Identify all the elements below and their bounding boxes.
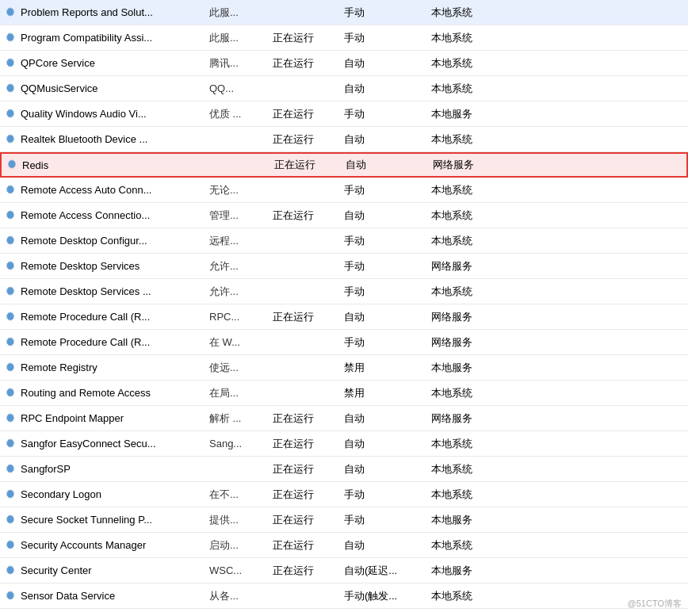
gear-icon [3, 259, 17, 274]
service-name-col: SangforSP [3, 462, 209, 476]
service-startup-col: 手动(触发... [344, 589, 431, 603]
table-row[interactable]: Remote Procedure Call (R... RPC... 正在运行 … [0, 304, 688, 330]
service-desc-col: WSC... [209, 564, 273, 576]
table-row[interactable]: Remote Desktop Services 允许... 手动 网络服务 [0, 254, 688, 279]
service-desc-col: 远程... [209, 234, 273, 248]
table-row[interactable]: Secure Socket Tunneling P... 提供... 正在运行 … [0, 507, 688, 533]
service-name-text: Routing and Remote Access [21, 387, 151, 399]
table-row[interactable]: Redis 正在运行 自动 网络服务 [0, 152, 688, 178]
service-logon-col: 本地系统 [431, 6, 526, 20]
service-logon-col: 网络服务 [433, 158, 528, 172]
table-row[interactable]: Remote Registry 使远... 禁用 本地服务 [0, 355, 688, 381]
service-name-text: Remote Registry [21, 362, 97, 373]
table-row[interactable]: SangforSP 正在运行 自动 本地系统 [0, 457, 688, 482]
table-row[interactable]: Security Accounts Manager 启动... 正在运行 自动 … [0, 533, 688, 558]
table-row[interactable]: Remote Procedure Call (R... 在 W... 手动 网络… [0, 330, 688, 355]
table-row[interactable]: QQMusicService QQ... 自动 本地系统 [0, 76, 688, 101]
gear-icon [3, 361, 17, 375]
gear-icon [3, 132, 17, 147]
service-name-col: Problem Reports and Solut... [3, 6, 209, 20]
service-name-text: Remote Procedure Call (R... [21, 311, 150, 323]
gear-icon [3, 310, 17, 324]
service-name-text: Realtek Bluetooth Device ... [21, 133, 147, 145]
service-name-text: Security Accounts Manager [21, 539, 146, 551]
table-row[interactable]: Program Compatibility Assi... 此服... 正在运行… [0, 25, 688, 51]
service-name-text: Redis [22, 159, 48, 171]
service-status-col: 正在运行 [273, 462, 344, 476]
service-logon-col: 本地服务 [431, 361, 526, 375]
service-logon-col: 本地系统 [431, 82, 526, 96]
service-status-col: 正在运行 [273, 310, 344, 324]
service-name-col: Security Accounts Manager [3, 538, 209, 553]
service-desc-col: 在局... [209, 386, 273, 400]
service-desc-col: QQ... [209, 82, 273, 94]
service-logon-col: 网络服务 [431, 411, 526, 426]
table-row[interactable]: Security Center WSC... 正在运行 自动(延迟... 本地服… [0, 558, 688, 583]
service-logon-col: 本地服务 [431, 107, 526, 121]
table-row[interactable]: Sangfor EasyConnect Secu... Sang... 正在运行… [0, 431, 688, 457]
service-startup-col: 自动(延迟... [344, 564, 431, 578]
gear-icon [3, 183, 17, 197]
service-startup-col: 自动 [346, 158, 433, 172]
table-row[interactable]: Secondary Logon 在不... 正在运行 手动 本地系统 [0, 482, 688, 507]
service-logon-col: 本地系统 [431, 488, 526, 502]
table-row[interactable]: RPC Endpoint Mapper 解析 ... 正在运行 自动 网络服务 [0, 406, 688, 431]
service-startup-col: 手动 [344, 234, 431, 248]
service-desc-col: 优质 ... [209, 107, 273, 121]
service-status-col: 正在运行 [273, 538, 344, 553]
service-startup-col: 手动 [344, 335, 431, 350]
service-startup-col: 自动 [344, 462, 431, 476]
service-name-text: Security Center [21, 564, 92, 576]
service-name-text: Sensor Data Service [21, 590, 115, 602]
gear-icon [3, 437, 17, 451]
service-name-col: Security Center [3, 564, 209, 578]
service-name-col: Remote Procedure Call (R... [3, 310, 209, 324]
service-desc-col: 腾讯... [209, 56, 273, 71]
service-name-col: Remote Desktop Services [3, 259, 209, 274]
service-startup-col: 手动 [344, 259, 431, 274]
service-name-text: Secure Socket Tunneling P... [21, 514, 152, 526]
gear-icon [3, 488, 17, 502]
service-desc-col: 启动... [209, 538, 273, 553]
table-row[interactable]: Problem Reports and Solut... 此服... 手动 本地… [0, 0, 688, 25]
service-startup-col: 手动 [344, 488, 431, 502]
table-row[interactable]: Sensor Monitoring Service 监视... 手动(触发...… [0, 609, 688, 616]
service-status-col: 正在运行 [273, 513, 344, 527]
service-desc-col: 此服... [209, 31, 273, 45]
gear-icon [3, 6, 17, 20]
gear-icon [3, 82, 17, 96]
service-desc-col: 管理... [209, 209, 273, 223]
service-logon-col: 本地系统 [431, 285, 526, 299]
table-row[interactable]: Routing and Remote Access 在局... 禁用 本地系统 [0, 381, 688, 406]
service-name-col: Secure Socket Tunneling P... [3, 513, 209, 527]
service-status-col: 正在运行 [273, 132, 344, 147]
service-name-col: Quality Windows Audio Vi... [3, 107, 209, 121]
service-logon-col: 本地系统 [431, 56, 526, 71]
service-name-text: Remote Desktop Services [21, 260, 140, 272]
service-name-text: QQMusicService [21, 82, 98, 94]
gear-icon [3, 386, 17, 400]
service-startup-col: 自动 [344, 411, 431, 426]
service-desc-col: 在 W... [209, 335, 273, 350]
service-logon-col: 本地系统 [431, 589, 526, 603]
service-name-col: Remote Access Connectio... [3, 209, 209, 223]
services-table: Problem Reports and Solut... 此服... 手动 本地… [0, 0, 688, 616]
service-status-col: 正在运行 [273, 437, 344, 451]
table-row[interactable]: Realtek Bluetooth Device ... 正在运行 自动 本地系… [0, 127, 688, 152]
table-row[interactable]: Quality Windows Audio Vi... 优质 ... 正在运行 … [0, 101, 688, 127]
service-desc-col: 无论... [209, 183, 273, 197]
service-name-col: Redis [5, 158, 211, 172]
table-row[interactable]: Remote Access Auto Conn... 无论... 手动 本地系统 [0, 178, 688, 203]
table-row[interactable]: QPCore Service 腾讯... 正在运行 自动 本地系统 [0, 51, 688, 76]
service-logon-col: 本地系统 [431, 437, 526, 451]
service-name-text: Program Compatibility Assi... [21, 32, 152, 44]
table-row[interactable]: Remote Desktop Configur... 远程... 手动 本地系统 [0, 228, 688, 254]
gear-icon [3, 285, 17, 299]
table-row[interactable]: Remote Access Connectio... 管理... 正在运行 自动… [0, 203, 688, 228]
table-row[interactable]: Remote Desktop Services ... 允许... 手动 本地系… [0, 279, 688, 304]
service-name-col: RPC Endpoint Mapper [3, 411, 209, 426]
service-desc-col: 允许... [209, 285, 273, 299]
service-logon-col: 本地服务 [431, 513, 526, 527]
gear-icon [3, 538, 17, 553]
table-row[interactable]: Sensor Data Service 从各... 手动(触发... 本地系统 [0, 583, 688, 609]
